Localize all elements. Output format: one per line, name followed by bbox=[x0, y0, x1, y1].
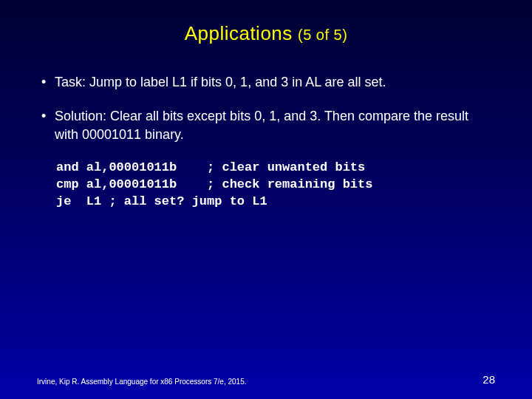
bullet-list: Task: Jump to label L1 if bits 0, 1, and… bbox=[37, 73, 495, 143]
code-block: and al,00001011b ; clear unwanted bits c… bbox=[56, 160, 495, 211]
footer: Irvine, Kip R. Assembly Language for x86… bbox=[37, 373, 495, 386]
slide-title: Applications (5 of 5) bbox=[37, 22, 495, 45]
title-sub: (5 of 5) bbox=[298, 27, 347, 43]
title-main: Applications bbox=[185, 22, 293, 44]
bullet-task: Task: Jump to label L1 if bits 0, 1, and… bbox=[37, 73, 495, 91]
bullet-solution: Solution: Clear all bits except bits 0, … bbox=[37, 107, 495, 143]
citation: Irvine, Kip R. Assembly Language for x86… bbox=[37, 378, 247, 386]
slide-container: Applications (5 of 5) Task: Jump to labe… bbox=[0, 0, 532, 399]
page-number: 28 bbox=[482, 373, 495, 386]
